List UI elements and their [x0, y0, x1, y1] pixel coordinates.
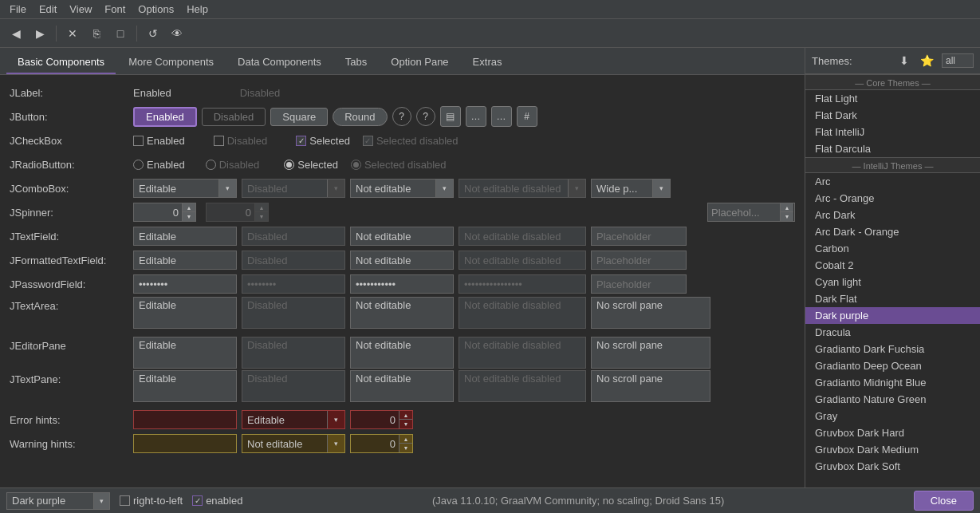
jspinner-enabled-input[interactable] [134, 203, 182, 221]
checkbox-enabled-box[interactable] [133, 136, 144, 146]
theme-item-carbon[interactable]: Carbon [805, 240, 980, 257]
jbutton-question1[interactable]: ? [392, 107, 411, 126]
close-button[interactable]: ✕ [61, 22, 84, 45]
jspinner-enabled-down[interactable]: ▼ [183, 212, 195, 221]
theme-item-arc-dark-orange[interactable]: Arc Dark - Orange [805, 223, 980, 240]
tab-data-components[interactable]: Data Components [226, 51, 333, 74]
jspinner-enabled[interactable]: ▲ ▼ [133, 203, 196, 222]
jpasswordfield-enabled[interactable] [133, 274, 237, 294]
tab-extras[interactable]: Extras [462, 51, 514, 74]
jcheckbox-enabled[interactable]: Enabled [133, 135, 185, 147]
error-hints-spinner[interactable]: ▲ ▼ [350, 410, 413, 429]
jbutton-square[interactable]: Square [270, 108, 328, 126]
preview-button[interactable]: 👁 [166, 22, 188, 45]
theme-item-arc-dark[interactable]: Arc Dark [805, 207, 980, 223]
error-hints-text[interactable] [133, 410, 237, 429]
menu-file[interactable]: File [3, 2, 33, 17]
theme-item-flat-intellij[interactable]: Flat IntelliJ [805, 124, 980, 140]
warning-hints-spinner-up[interactable]: ▲ [399, 435, 412, 444]
themes-download-btn[interactable]: ⬇ [896, 53, 912, 69]
theme-item-flat-darcula[interactable]: Flat Darcula [805, 140, 980, 157]
jradio-selected[interactable]: Selected [284, 159, 338, 171]
tab-tabs[interactable]: Tabs [334, 51, 378, 74]
jspinner-placeholder-down[interactable]: ▼ [781, 212, 793, 221]
warning-hints-spinner-down[interactable]: ▼ [399, 444, 412, 452]
jtextfield-editable[interactable] [133, 227, 237, 246]
jcombo-not-editable[interactable]: Not editable ▾ [350, 179, 454, 198]
jformattedtextfield-editable[interactable] [133, 251, 237, 270]
copy-button[interactable]: ⎘ [85, 22, 108, 45]
jradio-enabled[interactable]: Enabled [133, 159, 185, 171]
status-rtl-checkbox[interactable] [120, 495, 130, 506]
jtextfield-placeholder[interactable] [591, 227, 687, 246]
jcombo-wide-arrow[interactable]: ▾ [652, 180, 670, 197]
tab-option-pane[interactable]: Option Pane [380, 51, 459, 74]
theme-item-flat-dark[interactable]: Flat Dark [805, 107, 980, 124]
theme-item-gradianto-midnight-blue[interactable]: Gradianto Midnight Blue [805, 374, 980, 391]
status-enabled-checkbox[interactable]: ✓ [192, 495, 203, 506]
jcheckbox-selected[interactable]: ✓ Selected [296, 135, 350, 147]
jspinner-placeholder[interactable]: ▲ ▼ [707, 203, 795, 222]
jspinner-placeholder-up[interactable]: ▲ [781, 203, 793, 212]
theme-item-gruvbox-dark-soft[interactable]: Gruvbox Dark Soft [805, 458, 980, 475]
jcombo-editable[interactable]: Editable ▾ [133, 179, 237, 198]
jpasswordfield-placeholder[interactable] [591, 274, 687, 294]
jtextarea-editable[interactable]: Editable [133, 297, 237, 329]
checkbox-selected-box[interactable]: ✓ [296, 136, 306, 146]
theme-item-arc-orange[interactable]: Arc - Orange [805, 190, 980, 207]
menu-help[interactable]: Help [180, 2, 214, 17]
theme-item-arc[interactable]: Arc [805, 173, 980, 190]
window-button[interactable]: □ [109, 22, 132, 45]
jspinner-enabled-up[interactable]: ▲ [183, 203, 195, 212]
tab-basic-components[interactable]: Basic Components [6, 51, 116, 74]
jcombo-wide[interactable]: Wide p... ▾ [591, 179, 671, 198]
error-hints-spinner-up[interactable]: ▲ [399, 411, 412, 420]
error-hints-spinner-input[interactable] [351, 411, 399, 428]
theme-item-dark-purple[interactable]: Dark purple [805, 307, 980, 324]
menu-font[interactable]: Font [98, 2, 132, 17]
error-hints-combo[interactable]: Editable ▾ [242, 410, 345, 429]
tab-more-components[interactable]: More Components [117, 51, 225, 74]
radio-selected-box[interactable] [284, 160, 294, 170]
theme-item-dracula[interactable]: Dracula [805, 324, 980, 341]
jbutton-icon-folder[interactable]: ▤ [440, 106, 461, 127]
warning-hints-text[interactable] [133, 434, 237, 453]
theme-item-gruvbox-dark-hard[interactable]: Gruvbox Dark Hard [805, 424, 980, 441]
theme-item-gradianto-deep-ocean[interactable]: Gradianto Deep Ocean [805, 357, 980, 374]
theme-item-cobalt2[interactable]: Cobalt 2 [805, 257, 980, 274]
menu-view[interactable]: View [63, 2, 98, 17]
status-theme-combo-arrow[interactable]: ▾ [93, 493, 109, 509]
warning-hints-combo-arrow[interactable]: ▾ [327, 435, 344, 452]
jspinner-placeholder-input[interactable] [708, 203, 780, 221]
theme-item-gray[interactable]: Gray [805, 408, 980, 424]
jbutton-round[interactable]: Round [333, 108, 387, 126]
status-rtl-check[interactable]: right-to-left [120, 495, 183, 507]
jbutton-icon-hash[interactable]: # [517, 106, 537, 127]
menu-options[interactable]: Options [132, 2, 180, 17]
theme-item-cyan-light[interactable]: Cyan light [805, 274, 980, 290]
warning-hints-spinner[interactable]: ▲ ▼ [350, 434, 413, 453]
back-button[interactable]: ◀ [5, 22, 27, 45]
status-close-button[interactable]: Close [914, 491, 974, 511]
jbutton-question2[interactable]: ? [416, 107, 435, 126]
forward-button[interactable]: ▶ [29, 22, 51, 45]
error-hints-spinner-down[interactable]: ▼ [399, 420, 412, 428]
themes-filter-input[interactable] [942, 53, 974, 68]
themes-github-btn[interactable]: ⭐ [917, 53, 937, 69]
theme-item-gradianto-dark-fuchsia[interactable]: Gradianto Dark Fuchsia [805, 341, 980, 357]
jbutton-icon-dots2[interactable]: … [491, 106, 512, 127]
theme-item-flat-light[interactable]: Flat Light [805, 90, 980, 107]
jeditorpane-editable[interactable]: Editable [133, 337, 237, 369]
theme-item-gradianto-nature-green[interactable]: Gradianto Nature Green [805, 391, 980, 408]
jformattedtextfield-placeholder[interactable] [591, 251, 687, 270]
jcombo-editable-arrow[interactable]: ▾ [218, 180, 236, 197]
jbutton-enabled[interactable]: Enabled [133, 107, 197, 127]
refresh-button[interactable]: ↺ [142, 22, 164, 45]
jtextpane-editable[interactable]: Editable [133, 370, 237, 402]
theme-item-gruvbox-dark-medium[interactable]: Gruvbox Dark Medium [805, 441, 980, 458]
jbutton-icon-dots1[interactable]: … [466, 106, 486, 127]
status-enabled-check[interactable]: ✓ enabled [192, 495, 242, 507]
jcombo-not-editable-arrow[interactable]: ▾ [435, 180, 453, 197]
status-theme-combo[interactable]: Dark purple ▾ [6, 492, 110, 510]
menu-edit[interactable]: Edit [33, 2, 63, 17]
